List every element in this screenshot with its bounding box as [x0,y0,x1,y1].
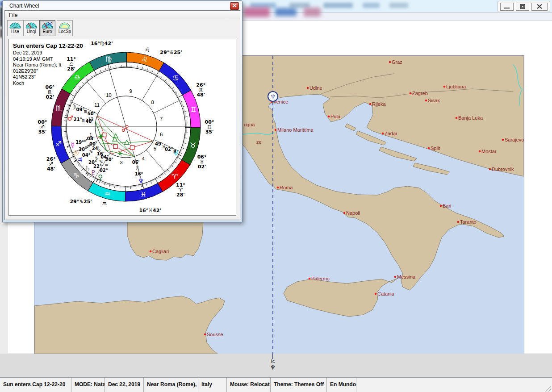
svg-text:Rijeka: Rijeka [372,101,386,107]
city-rijeka: Rijeka [369,101,386,107]
svg-text:♏: ♏ [82,118,86,123]
toolbar-button-label: Unql [27,29,36,34]
svg-text:16°♍42': 16°♍42' [91,41,113,46]
status-mode-natal[interactable]: MODE: Natal [71,378,105,392]
window-controls [498,1,550,12]
svg-text:♆: ♆ [138,177,144,185]
city-banja-luka: Banja Luka [456,115,483,121]
city-napoli: Napoli [343,210,360,216]
svg-text:♓: ♓ [140,190,146,199]
status-theme-themes-off[interactable]: Theme: Themes Off [271,378,327,392]
menu-file[interactable]: File [5,11,21,19]
city-taranto: Taranto [457,219,477,225]
status-en-mundo[interactable]: En Mundo [327,378,356,392]
svg-text:♑: ♑ [73,171,79,180]
blurred-menu-item [363,3,380,8]
svg-text:16°: 16° [135,171,143,176]
svg-text:28': 28' [176,192,185,198]
city-ljubljana: Ljubljana [443,84,466,89]
svg-text:Milano Marittima: Milano Marittima [277,127,314,133]
city-catania: Catania [375,291,395,296]
svg-text:♌: ♌ [142,55,148,64]
resize-grip[interactable] [545,386,551,392]
svg-text:Roma: Roma [280,185,293,190]
svg-text:Taranto: Taranto [460,219,477,225]
svg-text:♒: ♒ [105,163,109,167]
svg-text:♂: ♂ [67,114,73,122]
svg-text:6: 6 [160,132,163,137]
svg-text:08': 08' [87,136,95,141]
svg-text:48': 48' [85,119,93,124]
svg-text:09°: 09° [76,107,85,112]
svg-text:29°♑25': 29°♑25' [70,199,92,204]
svg-text:24': 24' [92,146,100,151]
svg-text:20': 20' [105,157,113,162]
city-roma: Roma [277,185,293,190]
city-sousse: Sousse [204,332,223,337]
aspect-glyph-square [130,146,134,150]
city-sarajevo: Sarajevo [502,137,524,142]
svg-text:Graz: Graz [392,59,402,65]
svg-text:02°: 02° [100,168,108,173]
toolbar-button-unql[interactable]: Unql [23,20,39,36]
status-italy: Italy [198,378,227,392]
svg-text:02': 02' [198,164,206,170]
maximize-button[interactable] [516,3,529,11]
chart-latitude: 41N52'23" [13,74,83,80]
svg-text:Ljubljana: Ljubljana [446,84,466,89]
aspect-glyph-square [113,145,117,149]
svg-text:♌: ♌ [145,46,150,53]
svg-text:Sousse: Sousse [207,332,223,337]
svg-text:29°♋25': 29°♋25' [160,50,182,55]
toolbar-button-euro[interactable]: Euro [39,20,55,36]
chart-info: Sun enters Cap 12-22-20 Dec 22, 2019 04:… [13,42,83,86]
svg-text:48': 48' [47,166,55,172]
svg-text:R: R [173,149,176,154]
svg-text:Sisak: Sisak [428,98,440,103]
svg-text:19°: 19° [75,140,84,145]
svg-text:☽: ☽ [70,103,76,111]
minimize-button[interactable] [500,3,514,11]
chart-time: 04:19:19 AM GMT [13,56,83,63]
toolbar-button-hse[interactable]: Hse [7,20,23,36]
chart-house-system: Koch [13,80,83,87]
toolbar: HseUnqlEuroLocSp [5,19,240,38]
svg-text:♒: ♒ [102,200,107,207]
svg-text:8: 8 [151,100,154,105]
svg-text:♋: ♋ [172,74,179,82]
svg-text:Zadar: Zadar [385,131,397,136]
partial-city-label: ogna [244,122,255,127]
status-bar: Sun enters Cap 12-22-20MODE: NatalDec 22… [0,377,552,392]
wheel-euro-icon [41,21,54,29]
blurred-menu-item [323,3,353,8]
svg-text:Udine: Udine [309,85,322,91]
city-dubrovnik: Dubrovnik [489,167,514,172]
wheel-yellow-icon [59,21,71,29]
status-mouse-relocate[interactable]: Mouse: Relocate [227,378,271,392]
svg-text:♉: ♉ [190,141,196,150]
toolbar-button-label: Hse [11,29,19,34]
city-messina: Messina [394,274,416,279]
svg-text:♐: ♐ [55,140,62,148]
svg-text:♈: ♈ [171,172,178,181]
neptune-line-marker[interactable]: ♆ [268,92,278,101]
svg-text:Napoli: Napoli [346,210,360,216]
status-empty [356,378,552,392]
city-zagreb: Zagreb [410,91,428,96]
close-window-button[interactable] [531,3,548,11]
close-chart-window-button[interactable] [230,2,239,10]
svg-text:Pula: Pula [330,114,341,119]
svg-text:Split: Split [431,146,440,151]
svg-text:Catania: Catania [377,291,395,296]
city-cagliari: Cagliari [150,249,169,254]
blurred-menu-item [389,3,408,8]
blurred-toolbar-icons [304,8,321,17]
svg-text:48': 48' [197,92,205,98]
svg-text:♀: ♀ [98,173,103,181]
toolbar-button-locsp[interactable]: LocSp [57,20,73,36]
wheel-plain-icon [9,21,21,29]
svg-text:35': 35' [38,129,47,135]
titlebar[interactable]: Chart Wheel [3,1,242,10]
close-icon [231,3,238,8]
svg-text:Sarajevo: Sarajevo [505,137,524,142]
